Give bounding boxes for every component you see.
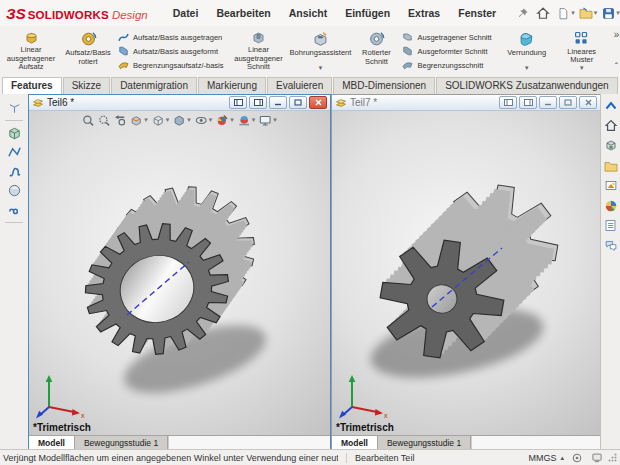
edit-appearance-dropdown[interactable]: ▾ [230, 116, 234, 124]
teil6-tab-modell[interactable]: Modell [29, 436, 75, 449]
zoom-area-icon[interactable] [96, 113, 112, 127]
taskpane-home-icon[interactable] [603, 117, 619, 134]
unit-system-selector[interactable]: MMGS ▴ [528, 453, 564, 463]
teil7-display-pane-button[interactable] [519, 96, 537, 109]
fillet-button[interactable]: Verrundung ▼ [498, 28, 556, 74]
teil6-title-bar[interactable]: Teil6 * [29, 95, 330, 111]
unit-system-label: MMGS [528, 453, 556, 463]
view-orientation-dropdown[interactable]: ▾ [166, 116, 170, 124]
teil7-viewport[interactable]: x *Trimetrisch [332, 111, 600, 435]
teil6-restore-button[interactable] [289, 96, 307, 109]
menu-einfuegen[interactable]: Einfügen [336, 4, 399, 22]
tab-evaluieren[interactable]: Evaluieren [267, 77, 332, 94]
view-settings-icon[interactable] [257, 113, 273, 127]
teil7-tab-bewegungsstudie[interactable]: Bewegungsstudie 1 [378, 436, 471, 449]
quick-toolbar: ▾ ▾ ▾ ▾ ▾ ? [513, 4, 620, 22]
linear-pattern-button[interactable]: Lineares Muster ▼ [556, 28, 608, 74]
custom-properties-icon[interactable] [603, 217, 619, 234]
spline-icon[interactable] [4, 162, 24, 181]
ribbon-overflow-button[interactable]: » [614, 29, 620, 40]
teil6-display-pane-button[interactable] [249, 96, 267, 109]
menu-bearbeiten[interactable]: Bearbeiten [207, 4, 279, 22]
tab-markierung[interactable]: Markierung [198, 77, 266, 94]
section-view-icon[interactable] [128, 113, 144, 127]
extruded-cut-button[interactable]: Linear ausgetragener Schnitt [229, 28, 287, 74]
teil7-tab-modell[interactable]: Modell [332, 436, 378, 449]
display-style-icon[interactable] [171, 113, 187, 127]
extruded-boss-label: Linear ausgetragener Aufsatz [2, 46, 60, 72]
teil6-close-button[interactable] [309, 96, 327, 109]
revolved-boss-button[interactable]: Aufsatz/Basis rotiert [61, 28, 115, 74]
teil7-title-bar[interactable]: Teil7 * [332, 95, 600, 111]
taskpane-collapse-chevron-icon[interactable] [603, 97, 619, 114]
document-window-teil6[interactable]: Teil6 * ▾ ▾ [28, 94, 331, 450]
menu-extras[interactable]: Extras [399, 4, 449, 22]
view-settings-dropdown[interactable]: ▾ [273, 116, 277, 124]
document-window-teil7[interactable]: Teil7 * x *Trimetrisch [331, 94, 601, 450]
revolved-cut-button[interactable]: Rotierter Schnitt [353, 28, 399, 74]
swept-cut-button[interactable]: Ausgetragener Schnitt [401, 31, 491, 43]
teil7-restore-button[interactable] [559, 96, 577, 109]
teil6-featuremanager-pane-button[interactable] [229, 96, 247, 109]
tab-skizze[interactable]: Skizze [63, 77, 110, 94]
hole-wizard-dropdown[interactable]: ▼ [317, 65, 323, 72]
forum-icon[interactable] [603, 237, 619, 254]
zoom-fit-icon[interactable] [80, 113, 96, 127]
hole-wizard-button[interactable]: Bohrungsassistent ▼ [287, 28, 353, 74]
linear-pattern-dropdown[interactable]: ▼ [579, 65, 585, 72]
save-dropdown[interactable]: ▾ [616, 9, 620, 17]
new-document-icon[interactable] [553, 4, 573, 22]
edit-mode-label: Bearbeiten Teil [355, 453, 414, 463]
teil7-featuremanager-pane-button[interactable] [499, 96, 517, 109]
tab-mbd-dimensionen[interactable]: MBD-Dimensionen [333, 77, 435, 94]
sketch-icon[interactable] [4, 143, 24, 162]
mate-icon[interactable] [4, 200, 24, 219]
appearances-scenes-icon[interactable] [603, 197, 619, 214]
view-orientation-icon[interactable] [150, 113, 166, 127]
section-view-dropdown[interactable]: ▾ [144, 116, 148, 124]
hole-wizard-label: Bohrungsassistent [290, 49, 352, 58]
teil7-minimize-button[interactable] [539, 96, 557, 109]
menu-fenster[interactable]: Fenster [449, 4, 505, 22]
view-palette-icon[interactable] [603, 177, 619, 194]
view-cube-icon[interactable] [4, 98, 24, 117]
part-icon[interactable] [4, 124, 24, 143]
lofted-cut-button[interactable]: Ausgeformter Schnitt [401, 45, 491, 57]
edit-appearance-icon[interactable] [214, 113, 230, 127]
teil6-viewport[interactable]: ▾ ▾ ▾ ▾ ▾ ▾ ▾ x [29, 111, 330, 435]
appearance-icon[interactable] [4, 181, 24, 200]
new-document-dropdown[interactable]: ▾ [571, 9, 575, 17]
open-dropdown[interactable]: ▾ [594, 9, 598, 17]
revolved-boss-label: Aufsatz/Basis rotiert [62, 49, 114, 66]
hide-show-items-dropdown[interactable]: ▾ [209, 116, 213, 124]
boundary-cut-button[interactable]: Begrenzungsschnitt [401, 59, 491, 71]
apply-scene-icon[interactable] [236, 113, 252, 127]
design-library-icon[interactable] [603, 137, 619, 154]
menu-ansicht[interactable]: Ansicht [280, 4, 337, 22]
apply-scene-dropdown[interactable]: ▾ [252, 116, 256, 124]
open-icon[interactable] [576, 4, 596, 22]
resize-grip[interactable] [608, 453, 617, 462]
display-style-dropdown[interactable]: ▾ [187, 116, 191, 124]
teil6-tab-bewegungsstudie[interactable]: Bewegungsstudie 1 [75, 436, 168, 449]
previous-view-icon[interactable] [112, 113, 128, 127]
save-icon[interactable] [598, 4, 618, 22]
file-explorer-icon[interactable] [603, 157, 619, 174]
lofted-boss-button[interactable]: Aufsatz/Basis ausgeformt [117, 45, 223, 57]
status-options-icon[interactable] [569, 451, 584, 464]
tab-zusatzanwendungen[interactable]: SOLIDWORKS Zusatzanwendungen [436, 77, 617, 94]
teil7-close-button[interactable] [579, 96, 597, 109]
teil6-minimize-button[interactable] [269, 96, 287, 109]
status-display-icon[interactable] [589, 451, 604, 464]
ribbon-collapse-button[interactable]: ˆ [615, 62, 618, 73]
fillet-dropdown[interactable]: ▼ [524, 65, 530, 72]
boundary-boss-button[interactable]: Begrenzungsaufsatz/-basis [117, 59, 223, 71]
home-icon[interactable] [533, 4, 553, 22]
tab-features[interactable]: Features [2, 77, 62, 94]
swept-boss-button[interactable]: Aufsatz/Basis ausgetragen [117, 31, 223, 43]
hide-show-items-icon[interactable] [193, 113, 209, 127]
menu-datei[interactable]: Datei [164, 4, 208, 22]
tab-datenmigration[interactable]: Datenmigration [111, 77, 197, 94]
extruded-boss-button[interactable]: Linear ausgetragener Aufsatz [1, 28, 61, 74]
pin-icon[interactable] [513, 4, 533, 22]
